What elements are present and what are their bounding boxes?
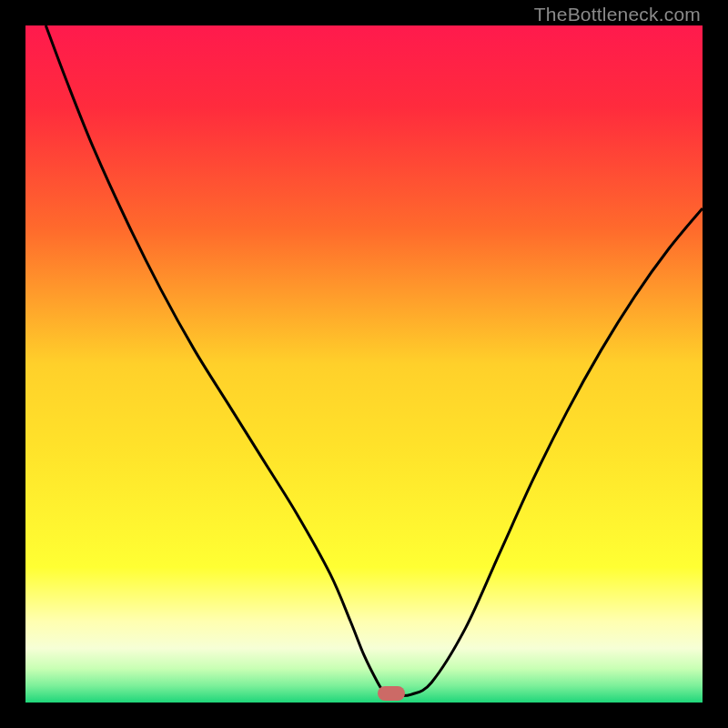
watermark-text: TheBottleneck.com: [534, 4, 701, 25]
plot-area: [25, 25, 703, 703]
chart-frame: TheBottleneck.com: [0, 0, 728, 728]
bottleneck-curve: [25, 25, 703, 703]
optimum-marker: [378, 686, 405, 701]
